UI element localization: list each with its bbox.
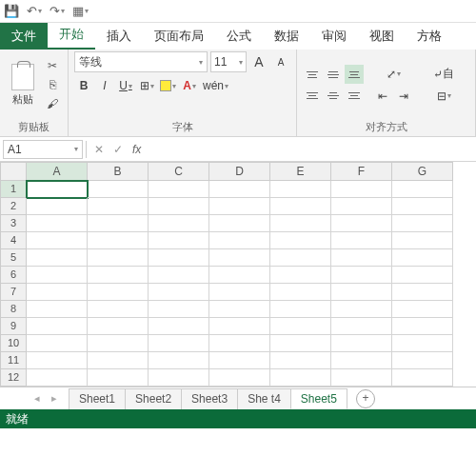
select-all-corner[interactable]: [0, 162, 27, 181]
bold-button[interactable]: B: [74, 76, 93, 95]
column-header[interactable]: A: [27, 162, 88, 181]
cell[interactable]: [270, 181, 331, 198]
align-bottom-icon[interactable]: [345, 65, 364, 84]
cell[interactable]: [392, 232, 453, 249]
cell[interactable]: [392, 181, 453, 198]
cell[interactable]: [209, 352, 270, 369]
cell[interactable]: [88, 249, 149, 267]
cell[interactable]: [392, 198, 453, 215]
font-size-select[interactable]: 11▾: [210, 51, 247, 72]
column-header[interactable]: E: [270, 162, 331, 181]
cell[interactable]: [331, 232, 392, 249]
cell[interactable]: [149, 215, 209, 232]
column-header[interactable]: C: [149, 162, 209, 181]
cell[interactable]: [209, 335, 270, 352]
cell[interactable]: [209, 181, 270, 198]
cell[interactable]: [88, 198, 149, 215]
font-color-button[interactable]: A▾: [180, 76, 199, 95]
cell[interactable]: [331, 267, 392, 284]
cell[interactable]: [331, 249, 392, 267]
cell[interactable]: [392, 284, 453, 301]
tab-square[interactable]: 方格: [406, 23, 453, 50]
cell[interactable]: [27, 232, 88, 249]
decrease-indent-icon[interactable]: ⇤: [373, 87, 392, 106]
row-header[interactable]: 11: [0, 352, 27, 369]
cell[interactable]: [149, 352, 209, 369]
cell[interactable]: [209, 318, 270, 335]
cell[interactable]: [209, 301, 270, 318]
row-header[interactable]: 3: [0, 215, 27, 232]
cell[interactable]: [331, 335, 392, 352]
cell[interactable]: [331, 215, 392, 232]
increase-indent-icon[interactable]: ⇥: [394, 87, 413, 106]
align-right-icon[interactable]: [345, 86, 364, 105]
cell[interactable]: [27, 267, 88, 284]
increase-font-icon[interactable]: A: [249, 52, 268, 71]
cell[interactable]: [270, 301, 331, 318]
tab-formula[interactable]: 公式: [215, 23, 263, 50]
cell[interactable]: [88, 318, 149, 335]
column-header[interactable]: D: [209, 162, 270, 181]
fill-color-button[interactable]: ▾: [158, 76, 178, 95]
cell[interactable]: [270, 198, 331, 215]
row-header[interactable]: 5: [0, 249, 27, 267]
sheet-tab[interactable]: She t4: [237, 388, 291, 409]
cell[interactable]: [331, 352, 392, 369]
cell[interactable]: [149, 284, 209, 301]
cell[interactable]: [209, 215, 270, 232]
sheet-tab[interactable]: Sheet5: [290, 388, 347, 409]
cell[interactable]: [27, 249, 88, 267]
cell[interactable]: [270, 284, 331, 301]
sheet-nav-next-icon[interactable]: ▸: [46, 392, 63, 405]
cell[interactable]: [270, 249, 331, 267]
cell[interactable]: [88, 284, 149, 301]
cell[interactable]: [392, 267, 453, 284]
cell[interactable]: [209, 232, 270, 249]
cell[interactable]: [149, 198, 209, 215]
cell[interactable]: [27, 301, 88, 318]
cell[interactable]: [270, 369, 331, 387]
tab-review[interactable]: 审阅: [310, 23, 358, 50]
save-icon[interactable]: 💾: [4, 4, 19, 19]
underline-button[interactable]: U▾: [116, 76, 135, 95]
align-top-icon[interactable]: [303, 65, 322, 84]
cell[interactable]: [27, 335, 88, 352]
redo-icon[interactable]: ↷▾: [50, 4, 65, 19]
align-middle-icon[interactable]: [324, 65, 343, 84]
name-box[interactable]: A1▾: [3, 140, 83, 159]
decrease-font-icon[interactable]: A: [271, 52, 290, 71]
cell[interactable]: [149, 181, 209, 198]
row-header[interactable]: 1: [0, 181, 27, 198]
fx-icon[interactable]: fx: [132, 143, 141, 156]
row-header[interactable]: 9: [0, 318, 27, 335]
customize-icon[interactable]: ▦▾: [72, 4, 88, 19]
wrap-text-button[interactable]: ⤶ 自: [425, 65, 463, 84]
cell[interactable]: [149, 335, 209, 352]
cell[interactable]: [149, 267, 209, 284]
cell[interactable]: [331, 369, 392, 387]
cell[interactable]: [149, 369, 209, 387]
sheet-tab[interactable]: Sheet1: [69, 388, 126, 409]
cell[interactable]: [392, 249, 453, 267]
cell[interactable]: [27, 284, 88, 301]
cell[interactable]: [392, 369, 453, 387]
tab-view[interactable]: 视图: [358, 23, 406, 50]
cell[interactable]: [149, 232, 209, 249]
format-painter-icon[interactable]: 🖌: [43, 95, 62, 112]
row-header[interactable]: 12: [0, 369, 27, 387]
cell[interactable]: [88, 232, 149, 249]
tab-data[interactable]: 数据: [263, 23, 310, 50]
cell[interactable]: [27, 352, 88, 369]
cell[interactable]: [209, 267, 270, 284]
cell[interactable]: [27, 369, 88, 387]
cell[interactable]: [209, 284, 270, 301]
italic-button[interactable]: I: [95, 76, 114, 95]
row-header[interactable]: 2: [0, 198, 27, 215]
cell[interactable]: [270, 267, 331, 284]
worksheet-grid[interactable]: ABCDEFG 123456789101112: [0, 162, 476, 387]
cell[interactable]: [27, 181, 88, 198]
cell[interactable]: [88, 335, 149, 352]
copy-icon[interactable]: ⎘: [43, 76, 62, 93]
cell[interactable]: [270, 215, 331, 232]
cell[interactable]: [331, 284, 392, 301]
